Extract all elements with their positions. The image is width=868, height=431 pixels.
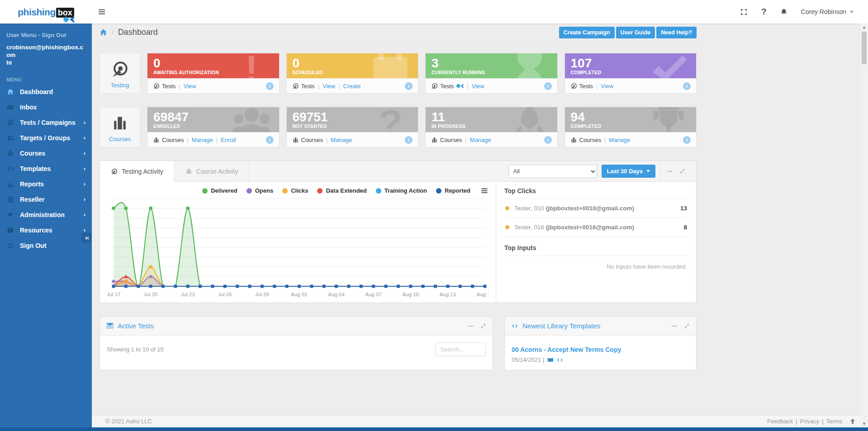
footer-link-terms[interactable]: Terms (826, 418, 842, 425)
stat-value: 3 (432, 57, 551, 70)
sidebar-item-label: Tests / Campaigns (20, 119, 76, 126)
info-icon[interactable]: i (405, 82, 413, 90)
sidebar-item-reports[interactable]: Reports› (0, 176, 92, 192)
view-link[interactable]: View (323, 83, 335, 90)
brand-logo[interactable]: phishingbox (0, 0, 92, 24)
scroll-to-top-button[interactable] (849, 418, 856, 425)
enroll-link[interactable]: Enroll (221, 137, 236, 143)
collapse-panel-icon[interactable] (671, 323, 678, 329)
active-tests-search-input[interactable] (435, 342, 486, 356)
create-campaign-button[interactable]: Create Campaign (559, 27, 615, 38)
stat-value: 0 (293, 57, 413, 70)
code-icon[interactable] (557, 357, 563, 363)
chart-menu-icon[interactable] (480, 187, 489, 194)
scrollbar-down-arrow[interactable]: ▼ (862, 420, 866, 427)
template-link[interactable]: 00 Acorns - Accept New Terms Copy (512, 346, 621, 353)
footer-link-privacy[interactable]: Privacy (800, 418, 820, 425)
sidebar-item-resources[interactable]: ?Resources› (0, 223, 92, 238)
view-link[interactable]: View (601, 83, 613, 90)
vertical-scrollbar[interactable]: ▲ ▼ (860, 24, 868, 427)
sidebar-item-tests-campaigns[interactable]: Tests / Campaigns› (0, 115, 92, 130)
sidebar-item-templates[interactable]: Templates› (0, 161, 92, 176)
info-icon[interactable]: i (544, 82, 552, 90)
stat-card-not-started: ?69751NOT STARTEDCourses|Managei (286, 107, 419, 147)
stat-label: ENROLLED (153, 123, 273, 129)
sidebar-item-administration[interactable]: Administration› (0, 207, 92, 223)
sidebar-item-courses[interactable]: Courses› (0, 146, 92, 161)
target-icon (6, 119, 14, 126)
tab-course-activity[interactable]: Course Activity (175, 161, 250, 181)
breadcrumb: / Dashboard Create CampaignUser GuideNee… (100, 24, 697, 42)
user-guide-button[interactable]: User Guide (616, 27, 655, 38)
collapse-panel-icon[interactable] (468, 323, 474, 329)
sidebar-toggle-hamburger-icon[interactable] (97, 8, 106, 15)
template-date: 05/14/2021 | (512, 356, 544, 363)
chart-icon (6, 180, 14, 188)
need-help--button[interactable]: Need Help? (656, 27, 697, 38)
date-range-button[interactable]: Last 30 Days (602, 165, 656, 178)
legend-item-training-action: Training Action (376, 187, 427, 194)
compress-panel-icon[interactable] (684, 323, 690, 329)
info-icon[interactable]: i (683, 136, 691, 144)
info-icon[interactable]: i (266, 82, 274, 90)
activity-filter-select[interactable]: All (508, 165, 597, 178)
compress-panel-icon[interactable] (679, 168, 685, 174)
sidebar-item-dashboard[interactable]: Dashboard (0, 84, 92, 99)
envelope-icon[interactable] (547, 357, 554, 363)
collapse-panel-icon[interactable] (667, 168, 673, 175)
sidebar-item-targets-groups[interactable]: Targets / Groups› (0, 130, 92, 146)
target-icon (570, 83, 577, 90)
manage-link[interactable]: Manage (192, 137, 213, 143)
click-target-name[interactable]: Tester, 010 (514, 205, 546, 212)
fullscreen-icon[interactable] (740, 8, 748, 16)
info-icon[interactable]: i (544, 136, 552, 144)
target-icon (292, 83, 299, 90)
sidebar-signout-link[interactable]: Sign Out (42, 32, 66, 38)
home-icon[interactable] (100, 28, 107, 36)
info-icon[interactable]: i (266, 136, 274, 144)
breadcrumb-separator: / (112, 29, 114, 36)
fish-logo-icon (456, 82, 464, 90)
view-link[interactable]: View (184, 83, 196, 90)
compress-panel-icon[interactable] (480, 323, 486, 329)
info-icon[interactable]: i (405, 136, 413, 144)
manage-link[interactable]: Manage (609, 137, 630, 143)
top-inputs-title: Top Inputs (504, 244, 688, 256)
category-link-testing[interactable]: Testing (110, 82, 129, 89)
click-target-name[interactable]: Tester, 016 (514, 224, 546, 231)
svg-text:Jul 29: Jul 29 (255, 292, 269, 297)
sidebar-item-reseller[interactable]: Reseller› (0, 192, 92, 207)
legend-item-clicks: Clicks (282, 187, 308, 194)
sidebar-collapse-button[interactable] (81, 233, 92, 243)
card-entity-label: Tests (440, 83, 454, 90)
user-menu[interactable]: Corey Robinson (801, 8, 854, 15)
create-link[interactable]: Create (343, 83, 361, 90)
scrollbar-thumb[interactable] (862, 32, 867, 64)
help-icon[interactable]: ? (761, 7, 767, 17)
stat-value: 94 (571, 110, 691, 123)
category-card-testing: Testing (100, 53, 140, 94)
target-icon (431, 83, 438, 90)
chevron-down-icon (646, 170, 650, 172)
sidebar-item-inbox[interactable]: Inbox (0, 99, 92, 115)
footer-link-feedback[interactable]: Feedback (767, 418, 793, 425)
sidebar-item-label: Inbox (20, 104, 37, 111)
category-link-courses[interactable]: Courses (109, 136, 131, 142)
separator: | (796, 418, 797, 425)
school-icon (431, 137, 438, 143)
manage-link[interactable]: Manage (470, 137, 491, 143)
manage-link[interactable]: Manage (331, 137, 352, 143)
info-icon[interactable]: i (683, 82, 691, 90)
library-templates-title: Newest Library Templates (522, 322, 600, 330)
scrollbar-up-arrow[interactable]: ▲ (862, 24, 866, 31)
stat-card-completed: 107COMPLETEDTests|Viewi (564, 53, 697, 94)
view-link[interactable]: View (472, 83, 484, 90)
separator: | (822, 418, 823, 425)
category-card-courses: Courses (100, 107, 140, 147)
click-count: 8 (683, 224, 687, 231)
tab-testing-activity[interactable]: Testing Activity (100, 161, 175, 182)
sidebar-item-sign-out[interactable]: Sign Out (0, 238, 92, 253)
notifications-bell-icon[interactable] (780, 8, 787, 16)
phishingbox-dashboard: phishingbox ? Corey Robinson (0, 0, 868, 431)
separator: | (187, 137, 188, 143)
